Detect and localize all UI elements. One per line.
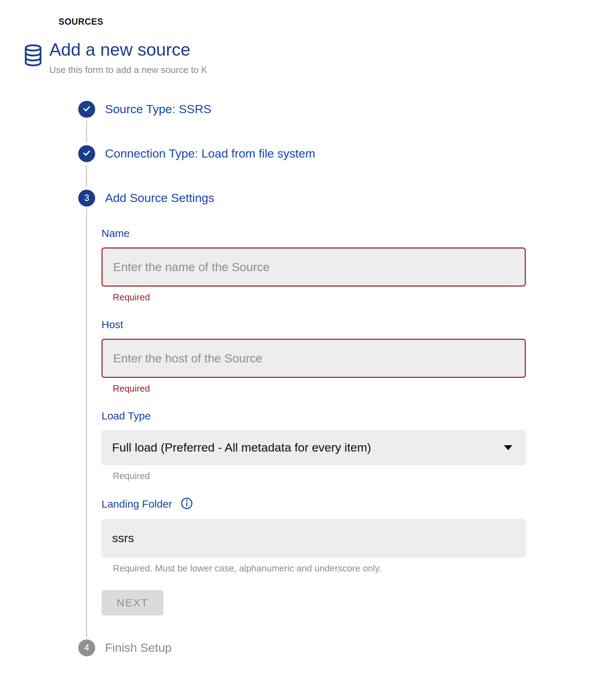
step-finish-setup: 4 Finish Setup — [78, 639, 616, 656]
load-type-helper: Required — [113, 470, 526, 482]
chevron-down-icon — [504, 445, 512, 450]
check-icon — [82, 104, 91, 115]
check-icon — [82, 148, 91, 159]
host-field-label: Host — [101, 318, 526, 331]
step-3-content: Name Required Host Required Load Type Fu… — [78, 209, 616, 637]
load-type-field-label: Load Type — [101, 410, 526, 422]
host-required-error: Required — [113, 383, 526, 394]
name-field-label: Name — [101, 227, 526, 240]
breadcrumb-sources: SOURCES — [58, 17, 616, 27]
step-3-circle: 3 — [78, 190, 95, 207]
name-required-error: Required — [113, 292, 526, 303]
step-connector — [86, 209, 87, 637]
load-type-selected-value: Full load (Preferred - All metadata for … — [112, 441, 371, 454]
stepper: Source Type: SSRS Connection Type: Load … — [78, 101, 616, 656]
step-connection-type: Connection Type: Load from file system — [78, 145, 616, 162]
step-4-label: Finish Setup — [105, 641, 172, 655]
database-icon — [24, 44, 42, 68]
step-add-source-settings: 3 Add Source Settings — [78, 190, 616, 207]
next-button[interactable]: NEXT — [101, 590, 164, 615]
info-icon[interactable] — [180, 497, 193, 511]
step-4-number: 4 — [84, 642, 89, 653]
host-input[interactable] — [101, 339, 526, 378]
landing-folder-field-label: Landing Folder — [101, 498, 172, 510]
page-subtitle: Use this form to add a new source to K — [49, 65, 207, 75]
step-1-circle — [78, 101, 95, 118]
landing-folder-helper: Required. Must be lower case, alphanumer… — [113, 563, 526, 574]
step-source-type: Source Type: SSRS — [78, 101, 616, 118]
step-2-label: Connection Type: Load from file system — [105, 147, 315, 160]
load-type-select[interactable]: Full load (Preferred - All metadata for … — [101, 430, 526, 465]
step-connector — [86, 165, 87, 187]
step-2-circle — [78, 145, 95, 162]
step-3-label: Add Source Settings — [105, 191, 214, 205]
page-header: Add a new source Use this form to add a … — [24, 39, 616, 75]
source-settings-form: Name Required Host Required Load Type Fu… — [101, 209, 526, 637]
step-connector — [86, 121, 87, 142]
landing-folder-input[interactable] — [101, 519, 526, 558]
step-1-label: Source Type: SSRS — [105, 102, 211, 116]
page-title: Add a new source — [49, 39, 207, 61]
step-4-circle: 4 — [78, 639, 95, 656]
name-input[interactable] — [101, 247, 526, 287]
step-3-number: 3 — [84, 192, 89, 203]
